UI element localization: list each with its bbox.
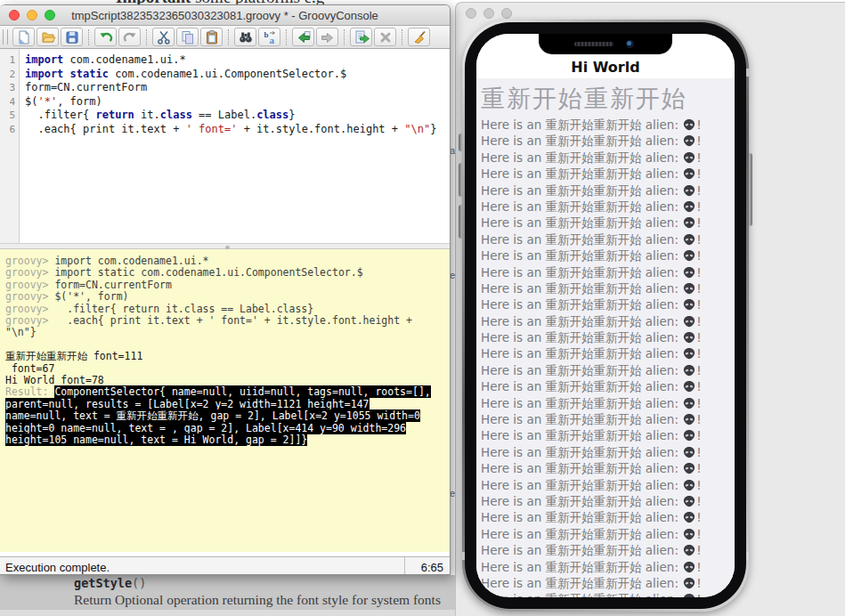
split-handle[interactable]: [0, 243, 450, 249]
alien-row-text: Here is an 重新开始重新开始 alien:: [481, 379, 682, 393]
toolbar-separator: [88, 29, 89, 45]
alien-row: Here is an 重新开始重新开始 alien: !: [481, 166, 735, 182]
alien-icon: [683, 364, 695, 377]
app-heading-label: 重新开始重新开始: [476, 78, 735, 117]
antenna-line: [462, 69, 465, 77]
undo-icon: [98, 29, 114, 45]
replace-button[interactable]: ba: [258, 28, 280, 46]
alien-icon: [683, 380, 695, 393]
alien-row-text: Here is an 重新开始重新开始 alien:: [481, 150, 682, 165]
alien-row: Here is an 重新开始重新开始 alien: !: [481, 133, 735, 149]
code-editor[interactable]: 123456 import com.codename1.ui.*import s…: [0, 49, 450, 243]
alien-icon: [683, 118, 695, 131]
phone-screen: Hi World 重新开始重新开始 Here is an 重新开始重新开始 al…: [476, 34, 735, 597]
toolbar: ba: [0, 26, 450, 49]
alien-row: Here is an 重新开始重新开始 alien: !: [481, 280, 735, 296]
alien-icon: [683, 528, 695, 540]
zoom-button[interactable]: [501, 8, 512, 19]
volume-down-button[interactable]: [459, 205, 462, 239]
code-line: $('*', form): [25, 95, 436, 109]
interrupt-script-icon: [378, 29, 394, 45]
alien-icon: [683, 511, 695, 523]
alien-icon: [683, 298, 695, 311]
alien-icon: [683, 151, 695, 164]
line-number: 6: [0, 123, 15, 137]
alien-row: Here is an 重新开始重新开始 alien: !: [481, 313, 735, 329]
code-line: form=CN.currentForm: [25, 81, 436, 95]
output-line: Result: ComponentSelector{ name=null, ui…: [5, 386, 450, 398]
status-bar: Execution complete. 6:65: [0, 556, 450, 575]
alien-row: Here is an 重新开始重新开始 alien: !: [481, 411, 735, 427]
alien-row: Here is an 重新开始重新开始 alien: !: [481, 150, 735, 166]
mute-switch[interactable]: [459, 134, 462, 151]
alien-row: Here is an 重新开始重新开始 alien: !: [481, 460, 735, 476]
code-area[interactable]: import com.codename1.ui.*import static c…: [20, 49, 436, 243]
window-title: tmpScript3823532365030323081.groovy * - …: [71, 9, 378, 22]
app-content[interactable]: 重新开始重新开始 Here is an 重新开始重新开始 alien: !Her…: [476, 78, 735, 597]
alien-icon: [683, 134, 695, 147]
run-script-button[interactable]: [350, 28, 372, 46]
alien-row-text: Here is an 重新开始重新开始 alien:: [481, 314, 682, 328]
toolbar-separator: [228, 29, 229, 45]
toolbar-separator: [344, 29, 345, 45]
close-button[interactable]: [9, 10, 20, 20]
close-button[interactable]: [466, 8, 476, 19]
output-line: groovy> import static com.codename1.ui.C…: [5, 267, 450, 279]
alien-row: Here is an 重新开始重新开始 alien: !: [481, 296, 735, 312]
cut-button[interactable]: [152, 28, 175, 46]
open-file-button[interactable]: [37, 28, 59, 46]
output-line: name=null, text = 重新开始重新开始, gap = 2], La…: [5, 410, 450, 422]
alien-row: Here is an 重新开始重新开始 alien: !: [481, 542, 735, 558]
redo-button[interactable]: [118, 28, 141, 46]
alien-row-text: Here is an 重新开始重新开始 alien:: [481, 560, 682, 574]
output-line: groovy> .filter{ return it.class == Labe…: [5, 304, 450, 315]
alien-row-text: Here is an 重新开始重新开始 alien:: [481, 183, 682, 198]
toolbar-gripper[interactable]: [3, 29, 8, 45]
alien-row-text: Here is an 重新开始重新开始 alien:: [481, 510, 682, 524]
alien-icon: [683, 315, 695, 328]
phone-frame: Hi World 重新开始重新开始 Here is an 重新开始重新开始 al…: [462, 20, 749, 612]
find-button[interactable]: [234, 28, 256, 46]
volume-up-button[interactable]: [459, 163, 462, 197]
alien-row-text: Here is an 重新开始重新开始 alien:: [481, 265, 682, 280]
copy-button[interactable]: [176, 28, 199, 46]
line-number: 4: [0, 95, 15, 109]
line-number: 2: [0, 68, 15, 82]
alien-row-text: Here is an 重新开始重新开始 alien:: [481, 543, 682, 557]
line-number: 3: [0, 81, 15, 95]
alien-row: Here is an 重新开始重新开始 alien: !: [481, 247, 735, 263]
alien-row: Here is an 重新开始重新开始 alien: !: [481, 215, 735, 231]
title-bar[interactable]: tmpScript3823532365030323081.groovy * - …: [0, 5, 450, 26]
undo-button[interactable]: [94, 28, 117, 46]
alien-row-text: Here is an 重新开始重新开始 alien:: [481, 428, 682, 442]
background-strip: [0, 610, 456, 616]
alien-icon: [683, 249, 695, 262]
alien-row: Here is an 重新开始重新开始 alien: !: [481, 477, 735, 493]
history-previous-button[interactable]: [292, 28, 314, 46]
power-button[interactable]: [749, 153, 752, 226]
paste-button[interactable]: [200, 28, 223, 46]
toolbar-separator: [402, 29, 402, 45]
redo-icon: [122, 29, 138, 45]
history-next-button[interactable]: [316, 28, 338, 46]
output-line: Hi World font=78: [5, 375, 450, 386]
clear-output-button[interactable]: [408, 28, 430, 46]
alien-row: Here is an 重新开始重新开始 alien: !: [481, 231, 735, 247]
interrupt-script-button[interactable]: [374, 28, 396, 46]
minimize-button[interactable]: [27, 10, 37, 20]
alien-row-text: Here is an 重新开始重新开始 alien:: [481, 592, 682, 597]
svg-text:b: b: [264, 30, 268, 39]
output-line: parent=null, results = [Label[x=2 y=2 wi…: [5, 399, 450, 410]
alien-row: Here is an 重新开始重新开始 alien: !: [481, 345, 735, 361]
alien-row-text: Here is an 重新开始重新开始 alien:: [481, 494, 682, 508]
minimize-button[interactable]: [483, 8, 494, 19]
cut-icon: [156, 29, 172, 45]
zoom-button[interactable]: [45, 10, 55, 20]
app-title: Hi World: [571, 59, 639, 76]
alien-row-text: Here is an 重新开始重新开始 alien:: [481, 330, 682, 344]
save-button[interactable]: [61, 28, 83, 46]
alien-icon: [683, 544, 695, 556]
new-file-button[interactable]: [12, 28, 35, 46]
output-pane[interactable]: groovy> import com.codename1.ui.*groovy>…: [0, 249, 450, 552]
caret-position: 6:65: [404, 557, 450, 575]
